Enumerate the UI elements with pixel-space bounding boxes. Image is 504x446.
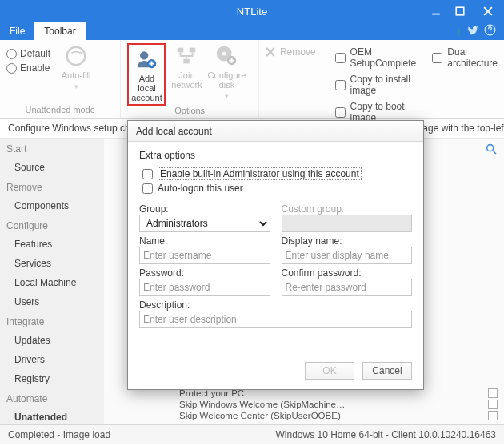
autofill-icon: [63, 43, 89, 69]
svg-rect-14: [184, 59, 190, 64]
cancel-button[interactable]: Cancel: [362, 362, 412, 380]
group-select[interactable]: Administrators: [139, 215, 270, 232]
check-copy-install[interactable]: Copy to install image: [335, 74, 417, 96]
add-local-account-button[interactable]: Add local account: [127, 43, 166, 106]
dialog-subhead: Extra options: [139, 150, 412, 161]
titlebar: NTLite: [0, 0, 504, 22]
check-auto-logon[interactable]: Auto-logon this user: [142, 183, 412, 194]
confirm-password-input[interactable]: [282, 279, 413, 296]
display-label: Display name:: [282, 235, 413, 247]
sidebar-item-users[interactable]: Users: [0, 292, 104, 311]
sidebar: Start Source Remove Components Configure…: [0, 139, 104, 424]
ribbon: Default Enable Auto-fill ▾ Unattended mo…: [0, 40, 504, 119]
password-label: Password:: [139, 267, 270, 279]
minimize-button[interactable]: [424, 0, 448, 22]
check-dual-arch[interactable]: Dual architecture: [432, 46, 498, 69]
configure-disk-button[interactable]: Configure disk ▾: [207, 43, 246, 101]
disk-icon: [214, 43, 239, 69]
sidebar-item-updates[interactable]: Updates: [0, 331, 104, 350]
description-input[interactable]: [139, 311, 412, 328]
tree-peek: Protect your PC Skip Windows Welcome (Sk…: [142, 388, 498, 421]
add-local-account-dialog: Add local account Extra options Enable b…: [127, 120, 424, 390]
svg-point-5: [490, 32, 490, 33]
custom-group-label: Custom group:: [282, 203, 413, 215]
svg-line-23: [493, 151, 496, 154]
tree-cb[interactable]: [488, 400, 498, 409]
svg-rect-13: [190, 48, 196, 53]
search-icon[interactable]: [485, 143, 498, 158]
help-icon[interactable]: [484, 24, 496, 38]
radio-default-input[interactable]: [6, 49, 17, 59]
sidebar-item-features[interactable]: Features: [0, 235, 104, 254]
svg-rect-1: [456, 7, 464, 15]
sect-start: Start: [0, 139, 104, 158]
window-controls: [424, 0, 504, 22]
dialog-title: Add local account: [128, 121, 423, 142]
tab-toolbar[interactable]: Toolbar: [34, 22, 85, 40]
svg-point-16: [222, 52, 226, 56]
tab-file[interactable]: File: [0, 22, 34, 40]
add-user-icon: [134, 46, 159, 72]
tabs-right-icons: ↑: [456, 22, 504, 40]
ribbon-group-label-unattended: Unattended mode: [6, 105, 114, 116]
sidebar-item-source[interactable]: Source: [0, 158, 104, 177]
display-input[interactable]: [282, 247, 413, 264]
radio-default[interactable]: Default: [6, 48, 50, 59]
close-button[interactable]: [472, 0, 504, 22]
status-right: Windows 10 Home 64-bit - Client 10.0.102…: [276, 429, 497, 440]
radio-enable[interactable]: Enable: [6, 62, 50, 74]
sect-remove: Remove: [0, 177, 104, 196]
ribbon-group-label-options: Options: [127, 106, 251, 117]
svg-point-22: [487, 145, 494, 151]
check-oem[interactable]: OEM SetupComplete: [335, 46, 417, 69]
sidebar-item-services[interactable]: Services: [0, 254, 104, 273]
confirm-password-label: Confirm password:: [282, 267, 413, 279]
tree-cb[interactable]: [488, 411, 498, 420]
tree-row[interactable]: Skip Windows Welcome (SkipMachine…: [142, 399, 498, 410]
svg-point-6: [67, 47, 86, 66]
ribbon-group-unattended: Default Enable Auto-fill ▾ Unattended mo…: [0, 40, 121, 118]
join-network-button[interactable]: Join network: [167, 43, 206, 90]
sect-automate: Automate: [0, 388, 104, 408]
sidebar-item-localmachine[interactable]: Local Machine: [0, 273, 104, 292]
twitter-icon[interactable]: [466, 25, 479, 38]
tab-strip: File Toolbar ↑: [0, 22, 504, 40]
status-left: Completed - Image load: [8, 429, 110, 440]
maximize-button[interactable]: [448, 0, 472, 22]
password-input[interactable]: [139, 279, 270, 296]
sect-configure: Configure: [0, 215, 104, 235]
remove-button[interactable]: Remove: [266, 43, 316, 58]
sidebar-item-components[interactable]: Components: [0, 196, 104, 215]
upload-arrow-icon[interactable]: ↑: [456, 25, 462, 38]
name-label: Name:: [139, 235, 270, 247]
tree-row[interactable]: Skip Welcome Center (SkipUserOOBE): [142, 410, 498, 421]
svg-point-8: [140, 51, 148, 59]
ribbon-group-extra: Remove OEM SetupComplete Copy to install…: [259, 40, 504, 118]
radio-enable-input[interactable]: [6, 63, 17, 74]
ok-button[interactable]: OK: [305, 362, 354, 380]
tree-cb[interactable]: [488, 388, 498, 398]
description-label: Description:: [139, 299, 412, 311]
network-icon: [174, 43, 199, 69]
ribbon-group-options: Add local account Join network: [121, 40, 258, 118]
sidebar-item-drivers[interactable]: Drivers: [0, 350, 104, 369]
sidebar-item-registry[interactable]: Registry: [0, 369, 104, 388]
group-label: Group:: [139, 203, 270, 215]
sect-integrate: Integrate: [0, 311, 104, 331]
status-bar: Completed - Image load Windows 10 Home 6…: [0, 424, 504, 444]
custom-group-input: [282, 215, 413, 232]
check-enable-admin[interactable]: Enable built-in Administrator using this…: [142, 167, 412, 180]
autofill-button[interactable]: Auto-fill ▾: [57, 43, 95, 91]
svg-rect-12: [178, 48, 184, 53]
sidebar-item-unattended[interactable]: Unattended: [0, 408, 104, 424]
name-input[interactable]: [139, 247, 270, 264]
